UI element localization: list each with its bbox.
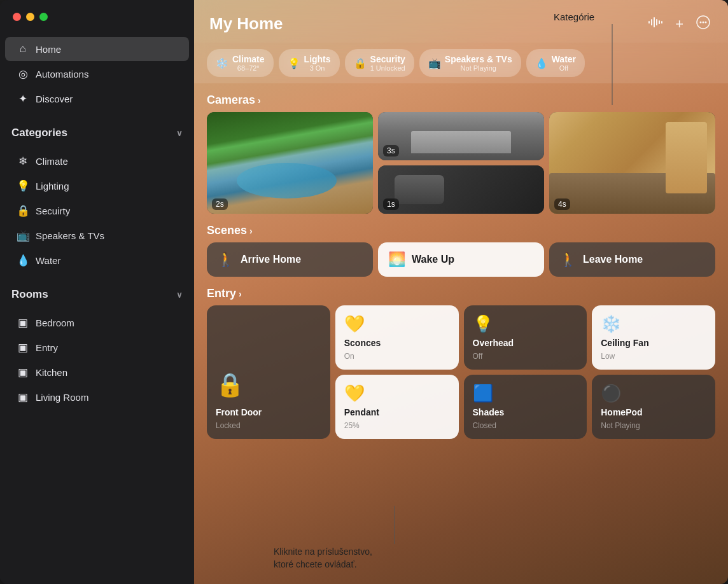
maximize-button[interactable] (39, 13, 48, 21)
speakers-pill-value: Not Playing (445, 64, 512, 72)
device-overhead[interactable]: 💡 Overhead Off (464, 305, 587, 370)
pendant-name: Pendant (344, 407, 450, 417)
entry-icon: ▣ (17, 341, 29, 354)
cameras-chevron-icon: › (258, 95, 261, 106)
device-front-door[interactable]: 🔒 Front Door Locked (207, 305, 330, 439)
sidebar-item-home-label: Home (36, 44, 61, 55)
sidebar-item-kitchen[interactable]: ▣ Kitchen (5, 360, 189, 384)
scenes-label: Scenes (207, 224, 247, 237)
entry-section: Entry › 🔒 Front Door Locked 💛 (207, 287, 715, 439)
discover-icon: ✦ (17, 92, 29, 105)
pendant-icon: 💛 (344, 384, 450, 403)
sidebar-item-speakers[interactable]: 📺 Speakers & TVs (5, 223, 189, 247)
traffic-lights (0, 0, 194, 31)
category-pill-security[interactable]: 🔒 Security 1 Unlocked (345, 49, 414, 77)
overhead-value: Off (473, 352, 578, 361)
scenes-section: Scenes › 🚶 Arrive Home 🌅 Wake Up (207, 224, 715, 277)
sidebar-item-automations[interactable]: ◎ Automations (5, 62, 189, 86)
overhead-icon: 💡 (473, 314, 578, 334)
entry-section-header[interactable]: Entry › (207, 287, 715, 300)
sidebar-item-security-label: Secuirty (36, 205, 70, 216)
leave-home-label: Leave Home (583, 254, 643, 265)
category-pill-water[interactable]: 💧 Water Off (526, 49, 585, 77)
automations-icon: ◎ (17, 67, 29, 80)
sidebar-item-speakers-label: Speakers & TVs (36, 230, 104, 241)
category-pill-lights[interactable]: 💡 Lights 3 On (279, 49, 340, 77)
svg-rect-5 (661, 21, 662, 24)
device-sconces[interactable]: 💛 Sconces On (335, 305, 459, 370)
scene-arrive-home[interactable]: 🚶 Arrive Home (207, 242, 373, 277)
climate-pill-name: Climate (232, 54, 265, 64)
ceiling-fan-value: Low (601, 352, 706, 361)
homepod-name: HomePod (601, 407, 706, 417)
categories-section-header[interactable]: Categories ∨ (0, 116, 194, 143)
sidebar-item-lighting-label: Lighting (36, 181, 69, 191)
svg-rect-2 (654, 17, 655, 27)
minimize-button[interactable] (26, 13, 34, 21)
cameras-section-header[interactable]: Cameras › (207, 94, 715, 107)
scenes-section-header[interactable]: Scenes › (207, 224, 715, 237)
camera-4[interactable]: 4s (549, 112, 715, 214)
speakers-pill-name: Speakers & TVs (445, 54, 512, 64)
category-pill-speakers[interactable]: 📺 Speakers & TVs Not Playing (419, 49, 521, 77)
device-shades[interactable]: 🟦 Shades Closed (464, 375, 587, 439)
lights-pill-value: 3 On (304, 64, 331, 72)
sidebar-item-discover[interactable]: ✦ Discover (5, 87, 189, 111)
speakers-pill-icon: 📺 (428, 57, 441, 69)
device-homepod[interactable]: ⚫ HomePod Not Playing (592, 375, 715, 439)
ceiling-fan-name: Ceiling Fan (601, 338, 706, 348)
svg-point-9 (705, 22, 707, 24)
main-header: My Home + (194, 0, 728, 43)
front-door-value: Locked (216, 421, 321, 430)
svg-rect-0 (648, 21, 650, 24)
security-pill-icon: 🔒 (354, 57, 367, 69)
security-pill-name: Security (370, 54, 405, 64)
sidebar-item-entry-label: Entry (36, 342, 58, 353)
cameras-grid: 2s 3s 1s (207, 112, 715, 214)
security-icon: 🔒 (17, 204, 29, 217)
lights-pill-icon: 💡 (288, 57, 300, 69)
sidebar-item-home[interactable]: ⌂ Home (5, 37, 189, 61)
category-pill-climate[interactable]: ❄️ Climate 68–72° (207, 49, 274, 77)
sidebar-item-bedroom-label: Bedroom (36, 317, 74, 328)
close-button[interactable] (13, 13, 21, 21)
lights-pill-name: Lights (304, 54, 331, 64)
camera-2[interactable]: 3s (378, 112, 544, 160)
sidebar-item-entry[interactable]: ▣ Entry (5, 335, 189, 359)
ceiling-fan-icon: ❄️ (601, 314, 706, 334)
device-pendant[interactable]: 💛 Pendant 25% (335, 375, 459, 439)
header-actions: + (646, 13, 713, 35)
sidebar-item-living[interactable]: ▣ Living Room (5, 385, 189, 409)
lighting-icon: 💡 (17, 179, 29, 192)
rooms-section-header[interactable]: Rooms ∨ (0, 278, 194, 305)
sconces-value: On (344, 352, 450, 361)
wake-up-label: Wake Up (412, 254, 454, 265)
scene-wake-up[interactable]: 🌅 Wake Up (378, 242, 544, 277)
water-pill-name: Water (552, 54, 576, 64)
main-nav: ⌂ Home ◎ Automations ✦ Discover (0, 31, 194, 116)
sidebar-item-discover-label: Discover (36, 94, 73, 104)
add-button[interactable]: + (673, 13, 686, 35)
waveform-button[interactable] (646, 14, 665, 34)
bedroom-icon: ▣ (17, 316, 29, 329)
climate-icon: ❄ (17, 155, 29, 167)
scene-leave-home[interactable]: 🚶 Leave Home (549, 242, 715, 277)
rooms-label: Rooms (11, 288, 48, 301)
camera-1-label: 2s (212, 198, 228, 210)
sidebar-item-climate[interactable]: ❄ Climate (5, 149, 189, 173)
camera-3[interactable]: 1s (378, 165, 544, 214)
svg-rect-3 (656, 19, 657, 25)
scenes-chevron-icon: › (249, 226, 253, 236)
sidebar-item-climate-label: Climate (36, 156, 68, 167)
main-content: My Home + (194, 0, 728, 584)
sidebar-item-automations-label: Automations (36, 69, 88, 80)
entry-device-grid: 🔒 Front Door Locked 💛 Sconces On 💡 (207, 305, 715, 439)
sidebar-item-water[interactable]: 💧 Water (5, 248, 189, 272)
sidebar-item-bedroom[interactable]: ▣ Bedroom (5, 310, 189, 335)
security-pill-value: 1 Unlocked (370, 64, 405, 72)
more-button[interactable] (694, 13, 713, 35)
device-ceiling-fan[interactable]: ❄️ Ceiling Fan Low (592, 305, 715, 370)
sidebar-item-security[interactable]: 🔒 Secuirty (5, 198, 189, 223)
camera-1[interactable]: 2s (207, 112, 373, 214)
sidebar-item-lighting[interactable]: 💡 Lighting (5, 174, 189, 198)
